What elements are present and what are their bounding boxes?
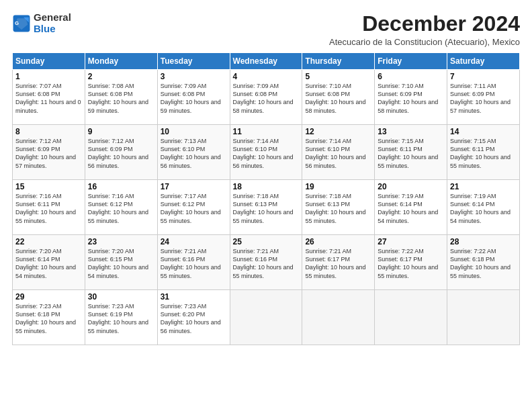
calendar-cell: 12Sunrise: 7:14 AMSunset: 6:10 PMDayligh… bbox=[302, 125, 375, 180]
calendar-cell: 9Sunrise: 7:12 AMSunset: 6:09 PMDaylight… bbox=[85, 125, 157, 180]
calendar-cell: 16Sunrise: 7:16 AMSunset: 6:12 PMDayligh… bbox=[85, 180, 157, 235]
day-detail: Sunrise: 7:22 AMSunset: 6:18 PMDaylight:… bbox=[450, 247, 517, 280]
day-detail: Sunrise: 7:12 AMSunset: 6:09 PMDaylight:… bbox=[15, 137, 82, 170]
day-number: 2 bbox=[88, 72, 154, 81]
day-number: 23 bbox=[88, 237, 154, 246]
day-number: 17 bbox=[161, 182, 227, 191]
day-number: 1 bbox=[15, 72, 82, 81]
calendar-cell bbox=[230, 290, 302, 345]
day-of-week-sunday: Sunday bbox=[13, 53, 85, 70]
calendar-cell: 8Sunrise: 7:12 AMSunset: 6:09 PMDaylight… bbox=[13, 125, 85, 180]
day-detail: Sunrise: 7:09 AMSunset: 6:08 PMDaylight:… bbox=[161, 82, 227, 115]
calendar-cell: 19Sunrise: 7:18 AMSunset: 6:13 PMDayligh… bbox=[302, 180, 375, 235]
calendar-cell: 15Sunrise: 7:16 AMSunset: 6:11 PMDayligh… bbox=[13, 180, 85, 235]
calendar-cell: 14Sunrise: 7:15 AMSunset: 6:11 PMDayligh… bbox=[447, 125, 520, 180]
day-number: 13 bbox=[378, 127, 444, 136]
day-number: 18 bbox=[233, 182, 300, 191]
day-number: 14 bbox=[450, 127, 517, 136]
day-detail: Sunrise: 7:10 AMSunset: 6:08 PMDaylight:… bbox=[305, 82, 371, 115]
day-detail: Sunrise: 7:23 AMSunset: 6:19 PMDaylight:… bbox=[88, 302, 154, 335]
calendar-cell: 3Sunrise: 7:09 AMSunset: 6:08 PMDaylight… bbox=[157, 70, 230, 125]
day-number: 24 bbox=[161, 237, 227, 246]
day-number: 3 bbox=[161, 72, 227, 81]
day-number: 4 bbox=[233, 72, 300, 81]
day-number: 26 bbox=[305, 237, 371, 246]
day-detail: Sunrise: 7:20 AMSunset: 6:15 PMDaylight:… bbox=[88, 247, 154, 280]
calendar-cell: 4Sunrise: 7:09 AMSunset: 6:08 PMDaylight… bbox=[230, 70, 302, 125]
day-detail: Sunrise: 7:18 AMSunset: 6:13 PMDaylight:… bbox=[233, 192, 300, 225]
calendar-cell: 17Sunrise: 7:17 AMSunset: 6:12 PMDayligh… bbox=[157, 180, 230, 235]
calendar-cell: 13Sunrise: 7:15 AMSunset: 6:11 PMDayligh… bbox=[375, 125, 447, 180]
day-number: 29 bbox=[15, 292, 82, 302]
calendar-cell: 28Sunrise: 7:22 AMSunset: 6:18 PMDayligh… bbox=[447, 235, 520, 290]
day-number: 30 bbox=[88, 292, 154, 302]
logo-line1: General bbox=[34, 12, 71, 24]
day-detail: Sunrise: 7:08 AMSunset: 6:08 PMDaylight:… bbox=[88, 82, 154, 115]
calendar-cell: 30Sunrise: 7:23 AMSunset: 6:19 PMDayligh… bbox=[85, 290, 157, 345]
calendar-cell: 6Sunrise: 7:10 AMSunset: 6:09 PMDaylight… bbox=[375, 70, 447, 125]
day-detail: Sunrise: 7:19 AMSunset: 6:14 PMDaylight:… bbox=[378, 192, 444, 225]
logo: G General Blue bbox=[12, 12, 71, 34]
day-detail: Sunrise: 7:13 AMSunset: 6:10 PMDaylight:… bbox=[161, 137, 227, 170]
calendar-cell: 11Sunrise: 7:14 AMSunset: 6:10 PMDayligh… bbox=[230, 125, 302, 180]
day-number: 5 bbox=[305, 72, 371, 81]
day-of-week-monday: Monday bbox=[85, 53, 157, 70]
calendar-cell: 20Sunrise: 7:19 AMSunset: 6:14 PMDayligh… bbox=[375, 180, 447, 235]
day-number: 21 bbox=[450, 182, 517, 191]
day-number: 7 bbox=[450, 72, 517, 81]
calendar-cell bbox=[375, 290, 447, 345]
calendar-cell: 24Sunrise: 7:21 AMSunset: 6:16 PMDayligh… bbox=[157, 235, 230, 290]
calendar-cell bbox=[302, 290, 375, 345]
calendar-cell: 21Sunrise: 7:19 AMSunset: 6:14 PMDayligh… bbox=[447, 180, 520, 235]
day-of-week-thursday: Thursday bbox=[302, 53, 375, 70]
calendar-cell: 2Sunrise: 7:08 AMSunset: 6:08 PMDaylight… bbox=[85, 70, 157, 125]
day-detail: Sunrise: 7:11 AMSunset: 6:09 PMDaylight:… bbox=[450, 82, 517, 115]
calendar-cell: 22Sunrise: 7:20 AMSunset: 6:14 PMDayligh… bbox=[13, 235, 85, 290]
day-detail: Sunrise: 7:09 AMSunset: 6:08 PMDaylight:… bbox=[233, 82, 300, 115]
day-detail: Sunrise: 7:14 AMSunset: 6:10 PMDaylight:… bbox=[305, 137, 371, 170]
day-detail: Sunrise: 7:22 AMSunset: 6:17 PMDaylight:… bbox=[378, 247, 444, 280]
day-detail: Sunrise: 7:21 AMSunset: 6:17 PMDaylight:… bbox=[305, 247, 371, 280]
day-detail: Sunrise: 7:16 AMSunset: 6:12 PMDaylight:… bbox=[88, 192, 154, 225]
calendar-cell: 26Sunrise: 7:21 AMSunset: 6:17 PMDayligh… bbox=[302, 235, 375, 290]
day-detail: Sunrise: 7:21 AMSunset: 6:16 PMDaylight:… bbox=[233, 247, 300, 280]
calendar-cell: 25Sunrise: 7:21 AMSunset: 6:16 PMDayligh… bbox=[230, 235, 302, 290]
calendar-cell: 27Sunrise: 7:22 AMSunset: 6:17 PMDayligh… bbox=[375, 235, 447, 290]
day-detail: Sunrise: 7:12 AMSunset: 6:09 PMDaylight:… bbox=[88, 137, 154, 170]
subtitle: Atecucario de la Constitucion (Atecuario… bbox=[329, 37, 520, 47]
day-detail: Sunrise: 7:19 AMSunset: 6:14 PMDaylight:… bbox=[450, 192, 517, 225]
day-number: 6 bbox=[378, 72, 444, 81]
day-detail: Sunrise: 7:14 AMSunset: 6:10 PMDaylight:… bbox=[233, 137, 300, 170]
day-number: 28 bbox=[450, 237, 517, 246]
day-of-week-wednesday: Wednesday bbox=[230, 53, 302, 70]
day-detail: Sunrise: 7:16 AMSunset: 6:11 PMDaylight:… bbox=[15, 192, 82, 225]
day-number: 16 bbox=[88, 182, 154, 191]
day-detail: Sunrise: 7:07 AMSunset: 6:08 PMDaylight:… bbox=[15, 82, 82, 115]
calendar-cell: 18Sunrise: 7:18 AMSunset: 6:13 PMDayligh… bbox=[230, 180, 302, 235]
logo-line2: Blue bbox=[34, 24, 71, 35]
day-detail: Sunrise: 7:23 AMSunset: 6:18 PMDaylight:… bbox=[15, 302, 82, 335]
day-number: 25 bbox=[233, 237, 300, 246]
calendar-cell: 31Sunrise: 7:23 AMSunset: 6:20 PMDayligh… bbox=[157, 290, 230, 345]
month-title: December 2024 bbox=[329, 12, 520, 36]
day-number: 15 bbox=[15, 182, 82, 191]
day-number: 9 bbox=[88, 127, 154, 136]
day-number: 31 bbox=[161, 292, 227, 302]
day-detail: Sunrise: 7:21 AMSunset: 6:16 PMDaylight:… bbox=[161, 247, 227, 280]
calendar-cell bbox=[447, 290, 520, 345]
day-number: 19 bbox=[305, 182, 371, 191]
calendar-cell: 7Sunrise: 7:11 AMSunset: 6:09 PMDaylight… bbox=[447, 70, 520, 125]
calendar: SundayMondayTuesdayWednesdayThursdayFrid… bbox=[12, 52, 520, 345]
day-number: 20 bbox=[378, 182, 444, 191]
day-of-week-saturday: Saturday bbox=[447, 53, 520, 70]
calendar-cell: 1Sunrise: 7:07 AMSunset: 6:08 PMDaylight… bbox=[13, 70, 85, 125]
calendar-cell: 29Sunrise: 7:23 AMSunset: 6:18 PMDayligh… bbox=[13, 290, 85, 345]
day-number: 12 bbox=[305, 127, 371, 136]
day-number: 22 bbox=[15, 237, 82, 246]
calendar-cell: 10Sunrise: 7:13 AMSunset: 6:10 PMDayligh… bbox=[157, 125, 230, 180]
day-of-week-tuesday: Tuesday bbox=[157, 53, 230, 70]
calendar-cell: 5Sunrise: 7:10 AMSunset: 6:08 PMDaylight… bbox=[302, 70, 375, 125]
day-number: 27 bbox=[378, 237, 444, 246]
day-detail: Sunrise: 7:18 AMSunset: 6:13 PMDaylight:… bbox=[305, 192, 371, 225]
day-detail: Sunrise: 7:20 AMSunset: 6:14 PMDaylight:… bbox=[15, 247, 82, 280]
